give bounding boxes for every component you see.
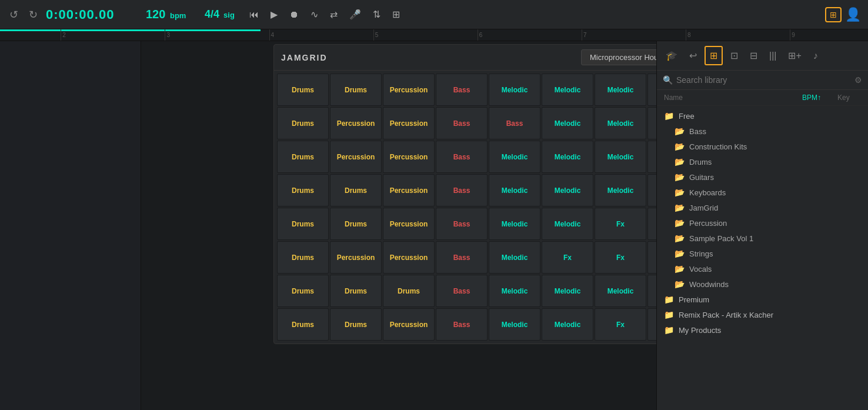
grid-cell[interactable]: Drums — [277, 141, 329, 173]
swap-button[interactable]: ⇅ — [369, 6, 384, 22]
grid-cell[interactable]: Drums — [277, 107, 329, 139]
grid-cell[interactable]: Melodic — [542, 208, 593, 240]
grid-cell[interactable]: Fx — [647, 74, 656, 106]
grid-cell[interactable]: Drums — [330, 308, 382, 341]
grid-cell[interactable]: Melodic — [647, 275, 656, 307]
grid-cell[interactable]: Melodic — [489, 241, 540, 274]
grid-cell[interactable]: Melodic — [489, 275, 540, 307]
grid-cell[interactable]: Melodic — [595, 141, 646, 173]
loop-button[interactable]: ⇄ — [326, 6, 341, 22]
redo-button[interactable]: ↻ — [26, 6, 40, 24]
lib-back-button[interactable]: ↩ — [685, 47, 701, 64]
grid-cell[interactable]: Drums — [330, 275, 382, 307]
lib-subfolder[interactable]: 📂Percussion — [657, 215, 868, 231]
grid-cell[interactable]: Fx — [542, 241, 593, 274]
lib-grid-button[interactable]: ⊞ — [705, 46, 723, 65]
grid-cell[interactable]: Percussion — [330, 141, 382, 173]
grid-cell[interactable]: Percussion — [383, 208, 435, 240]
grid-cell[interactable]: Bass — [489, 107, 540, 139]
grid-cell[interactable]: Melodic — [489, 141, 540, 173]
grid-cell[interactable]: Fx — [647, 308, 656, 341]
lib-subfolder[interactable]: 📂Guitars — [657, 169, 868, 185]
grid-cell[interactable]: Drums — [330, 174, 382, 206]
grid-cell[interactable]: Percussion — [383, 107, 435, 139]
search-input[interactable] — [676, 75, 851, 85]
grid-cell[interactable]: Melodic — [489, 74, 540, 106]
grid-cell[interactable]: Fx — [595, 308, 646, 341]
grid-cell[interactable]: Drums — [330, 208, 382, 240]
grid-cell[interactable]: Drums — [330, 74, 382, 106]
grid-cell[interactable]: Drums — [277, 275, 329, 307]
lib-section-header[interactable]: 📁My Products — [657, 322, 868, 338]
play-button[interactable]: ▶ — [267, 6, 281, 22]
lib-learn-button[interactable]: 🎓 — [662, 47, 682, 64]
undo-button[interactable]: ↺ — [7, 6, 21, 24]
profile-button[interactable]: 👤 — [845, 7, 861, 22]
grid-cell[interactable]: Bass — [436, 241, 488, 274]
grid-cell[interactable]: Bass — [436, 74, 488, 106]
grid-cell[interactable]: Percussion — [383, 241, 435, 274]
lib-subfolder[interactable]: 📂Keyboards — [657, 185, 868, 200]
grid-cell[interactable]: Drums — [277, 174, 329, 206]
lib-frame-button[interactable]: ⊟ — [746, 47, 762, 64]
grid-cell[interactable]: Melodic — [542, 275, 593, 307]
lib-subfolder[interactable]: 📂Sample Pack Vol 1 — [657, 231, 868, 246]
lib-section-header[interactable]: 📁Remix Pack - Artik x Kacher — [657, 307, 868, 322]
grid-cell[interactable]: Drums — [277, 208, 329, 240]
monitor-button[interactable]: ⊞ — [825, 7, 842, 22]
grid-cell[interactable]: Melodic — [595, 107, 646, 139]
lib-subfolder[interactable]: 📂Drums — [657, 154, 868, 169]
grid-cell[interactable]: Melodic — [489, 208, 540, 240]
grid-cell[interactable]: Bass — [436, 275, 488, 307]
lib-crop-button[interactable]: ⊡ — [726, 47, 742, 64]
grid-cell[interactable]: Percussion — [383, 141, 435, 173]
grid-cell[interactable]: Vocals — [647, 241, 656, 274]
grid-cell[interactable]: Bass — [436, 208, 488, 240]
preset-select[interactable]: Microprocessor House — [581, 49, 656, 65]
grid-cell[interactable]: Drums — [277, 74, 329, 106]
grid-cell[interactable]: Percussion — [330, 241, 382, 274]
grid-cell[interactable]: Melodic — [595, 174, 646, 206]
grid-cell[interactable]: Percussion — [383, 174, 435, 206]
grid-cell[interactable]: Percussion — [383, 74, 435, 106]
lib-subfolder[interactable]: 📂Woodwinds — [657, 276, 868, 292]
grid-cell[interactable]: Melodic — [542, 174, 593, 206]
grid-cell[interactable]: Bass — [436, 107, 488, 139]
filter-icon[interactable]: ⚙ — [854, 75, 862, 85]
lib-section-header[interactable]: 📁Premium — [657, 292, 868, 307]
lib-subfolder[interactable]: 📂Vocals — [657, 261, 868, 276]
grid-cell[interactable]: Melodic — [542, 308, 593, 341]
lib-subfolder[interactable]: 📂Construction Kits — [657, 139, 868, 154]
grid-cell[interactable]: Fx — [595, 208, 646, 240]
grid-cell[interactable]: Drums — [277, 308, 329, 341]
grid-cell[interactable]: Percussion — [383, 308, 435, 341]
mic-button[interactable]: 🎤 — [346, 6, 365, 22]
lib-note-button[interactable]: ♪ — [809, 48, 822, 64]
lib-bars-button[interactable]: ||| — [765, 48, 780, 64]
grid-cell[interactable]: Percussion — [330, 107, 382, 139]
record-button[interactable]: ⏺ — [286, 7, 302, 22]
extra3-button[interactable]: ⊞ — [389, 6, 403, 22]
grid-cell[interactable]: Drums — [277, 241, 329, 274]
grid-cell[interactable]: Melodic — [489, 174, 540, 206]
grid-cell[interactable]: Melodic — [595, 275, 646, 307]
grid-cell[interactable]: Bass — [436, 174, 488, 206]
envelope-button[interactable]: ∿ — [307, 6, 322, 22]
grid-cell[interactable]: Fx — [595, 241, 646, 274]
lib-grid-plus-button[interactable]: ⊞+ — [784, 47, 805, 64]
grid-cell[interactable]: Melodic — [542, 141, 593, 173]
lib-subfolder[interactable]: 📂Bass — [657, 124, 868, 139]
grid-cell[interactable]: Fx — [647, 141, 656, 173]
grid-cell[interactable]: Fx — [647, 107, 656, 139]
lib-subfolder[interactable]: 📂JamGrid — [657, 200, 868, 215]
lib-subfolder[interactable]: 📂Strings — [657, 246, 868, 261]
grid-cell[interactable]: Fx — [647, 208, 656, 240]
grid-cell[interactable]: Melodic — [542, 74, 593, 106]
grid-cell[interactable]: Bass — [436, 141, 488, 173]
grid-cell[interactable]: Melodic — [489, 308, 540, 341]
skip-back-button[interactable]: ⏮ — [246, 7, 262, 22]
grid-cell[interactable]: Fx — [647, 174, 656, 206]
grid-cell[interactable]: Drums — [383, 275, 435, 307]
grid-cell[interactable]: Bass — [436, 308, 488, 341]
lib-section-header[interactable]: 📁Free — [657, 108, 868, 124]
